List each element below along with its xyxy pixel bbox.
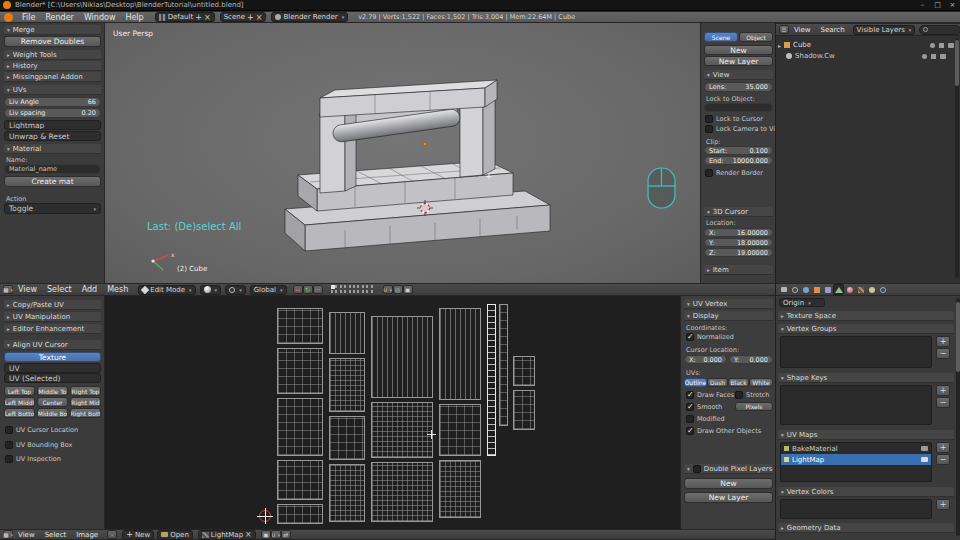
outliner-editor-icon[interactable]: ☰ (779, 25, 789, 34)
object-tab-icon[interactable] (811, 284, 822, 295)
normalized-checkbox[interactable]: Normalized (686, 333, 734, 341)
particles-tab-icon[interactable] (866, 284, 877, 295)
panel-header-item[interactable]: Item (704, 265, 773, 275)
uv-new-button[interactable]: New (684, 478, 773, 489)
render-tab-icon[interactable] (778, 284, 789, 295)
image-open-button[interactable]: Open (157, 530, 193, 540)
uv-2d-cursor[interactable] (259, 510, 271, 522)
panel-header-editor-enhancement[interactable]: Editor Enhancement (4, 324, 101, 334)
visibility-eye-icon[interactable] (930, 43, 935, 48)
model-3d[interactable]: + x (105, 23, 700, 283)
panel-header-align-uv-cursor[interactable]: Align UV Cursor (4, 340, 101, 350)
uv-island[interactable] (513, 390, 535, 430)
liv-spacing-slider[interactable]: Liv spacing 0.20 (4, 108, 101, 118)
remove-doubles-button[interactable]: Remove Doubles (4, 36, 101, 47)
outliner-row-shadow[interactable]: Shadow.Cw (786, 51, 956, 61)
panel-header-shape-keys[interactable]: Shape Keys (778, 373, 954, 383)
uv-island[interactable] (277, 460, 323, 500)
texture-tab-icon[interactable] (855, 284, 866, 295)
draw-faces-checkbox[interactable]: Draw Faces (686, 391, 734, 399)
panel-header-display[interactable]: Display (684, 311, 773, 321)
orientation-dropdown[interactable]: Global (250, 285, 287, 295)
modifiers-tab-icon[interactable] (822, 284, 833, 295)
selectability-icon[interactable] (939, 43, 944, 48)
uv-map-add-button[interactable] (936, 442, 950, 453)
uv-island[interactable] (329, 464, 365, 522)
shape-key-remove-button[interactable] (936, 397, 950, 408)
vertex-color-add-button[interactable] (936, 499, 950, 510)
snap-magnet-icon[interactable]: ∪ (383, 285, 393, 294)
menu-render[interactable]: Render (40, 13, 78, 22)
uv-island[interactable] (329, 358, 365, 412)
uv-selected-button[interactable]: UV (Selected) (4, 373, 101, 383)
uv-island[interactable] (499, 304, 508, 426)
camera-icon[interactable] (921, 446, 928, 451)
image-new-button[interactable]: New (122, 530, 154, 540)
scene-dropdown[interactable]: Scene (220, 12, 267, 22)
remove-layout-icon[interactable] (204, 13, 211, 22)
vp-menu-view[interactable]: View (13, 285, 42, 294)
align-middle-bottom-button[interactable]: Middle Bo (37, 408, 68, 418)
clip-start-field[interactable]: Start: 0.100 (704, 146, 773, 155)
minimize-icon[interactable]: – (915, 1, 930, 10)
paint-layers-box[interactable] (693, 465, 701, 473)
uv-button[interactable]: UV (4, 363, 101, 373)
panel-header-uv-maps[interactable]: UV Maps (778, 430, 954, 440)
cursor-x-field[interactable]: X: 16.00000 (704, 228, 773, 237)
panel-header-vertex-groups[interactable]: Vertex Groups (778, 324, 954, 334)
vertex-group-remove-button[interactable] (936, 348, 950, 359)
panel-header-merge[interactable]: Merge (4, 25, 101, 35)
camera-icon[interactable] (921, 457, 928, 462)
clip-end-field[interactable]: End: 10000.000 (704, 156, 773, 165)
new-image-button[interactable]: New (704, 45, 773, 55)
pixels-button[interactable]: Pixels (735, 402, 773, 411)
uv-bounding-box-box[interactable] (5, 441, 13, 449)
data-tab-icon[interactable] (833, 284, 844, 295)
expand-icon[interactable] (778, 41, 781, 50)
unlink-image-icon[interactable] (245, 530, 252, 539)
render-visibility-icon[interactable] (948, 43, 954, 48)
uv-mode-white-button[interactable]: White (749, 378, 773, 387)
panel-header-vertex-colors[interactable]: Vertex Colors (778, 487, 954, 497)
uv-island[interactable] (439, 404, 481, 456)
create-mat-button[interactable]: Create mat (4, 176, 101, 187)
physics-tab-icon[interactable] (877, 284, 888, 295)
smooth-checkbox[interactable]: Smooth (686, 403, 722, 411)
liv-angle-slider[interactable]: Liv Angle 66 (4, 97, 101, 107)
uv-editor-canvas[interactable] (105, 296, 680, 529)
new-layer-button[interactable]: New Layer (704, 56, 773, 66)
uv-island[interactable] (329, 312, 365, 354)
panel-header-copy-paste-uv[interactable]: Copy/Paste UV (4, 300, 101, 310)
layers-widget[interactable] (331, 285, 375, 294)
uv-map-row-bakematerial[interactable]: BakeMaterial (781, 443, 931, 454)
uv-island[interactable] (277, 398, 323, 456)
vp-menu-add[interactable]: Add (77, 285, 103, 294)
image-selector[interactable]: LightMap (198, 530, 256, 540)
lightmap-button[interactable]: Lightmap (4, 120, 101, 130)
align-right-middle-button[interactable]: Right Mid (70, 397, 101, 407)
manipulator-rotate-icon[interactable]: ↻ (303, 285, 313, 294)
panel-header-3d-cursor[interactable]: 3D Cursor (704, 207, 773, 217)
visibility-eye-icon[interactable] (922, 54, 927, 59)
shape-key-add-button[interactable] (936, 385, 950, 396)
panel-header-uvs[interactable]: UVs (4, 85, 101, 95)
uv-menu-image[interactable]: Image (71, 531, 103, 539)
outliner-row-cube[interactable]: Cube (778, 40, 956, 50)
vertex-groups-list[interactable] (780, 336, 932, 368)
uv-menu-select[interactable]: Select (40, 531, 72, 539)
uv-map-row-lightmap[interactable]: LightMap (781, 454, 931, 465)
uv-cursor-y-field[interactable]: Y: 0.000 (729, 355, 773, 364)
draw-faces-box[interactable] (686, 391, 694, 399)
material-name-field[interactable]: Material_name (4, 164, 101, 174)
lock-to-cursor-checkbox[interactable]: Lock to Cursor (705, 115, 763, 123)
align-left-bottom-button[interactable]: Left Botto (4, 408, 35, 418)
selectability-icon[interactable] (931, 54, 936, 59)
align-middle-top-button[interactable]: Middle To (37, 386, 68, 396)
uv-bounding-box-row[interactable]: UV Bounding Box (5, 441, 72, 449)
outliner-menu-search[interactable]: Search (816, 26, 850, 34)
viewport-3d[interactable]: User Persp (105, 23, 700, 283)
uv-island-selected[interactable] (487, 304, 496, 456)
lock-to-cursor-box[interactable] (705, 115, 713, 123)
panel-header-history[interactable]: History (4, 61, 101, 71)
uv-island[interactable] (439, 308, 481, 400)
